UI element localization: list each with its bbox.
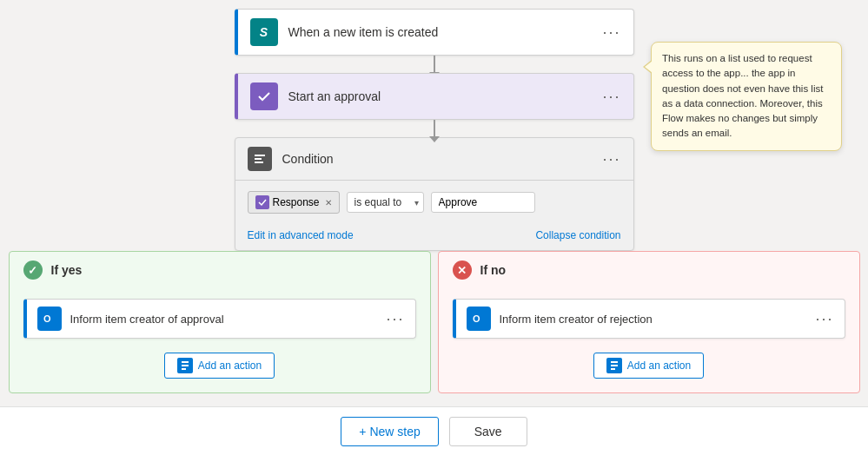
new-step-button[interactable]: + New step [341, 417, 438, 446]
condition-block: Condition ··· Response ✕ is equal to [235, 137, 634, 251]
yes-branch-label: If yes [51, 263, 83, 277]
new-step-label: + New step [359, 425, 420, 439]
response-chip-remove[interactable]: ✕ [325, 198, 332, 208]
yes-add-action-label: Add an action [198, 359, 262, 372]
condition-footer: Edit in advanced mode Collapse condition [235, 224, 633, 250]
no-step-card: O Inform item creator of rejection ··· [453, 299, 845, 339]
approval-step: Start an approval ··· [235, 73, 634, 120]
outlook-icon-no: O [467, 307, 491, 331]
svg-rect-9 [182, 368, 186, 370]
svg-text:O: O [43, 313, 51, 324]
edit-advanced-link[interactable]: Edit in advanced mode [248, 229, 354, 241]
bottom-bar: + New step Save [0, 406, 868, 455]
annotation-tooltip: This runs on a list used to request acce… [651, 42, 842, 151]
svg-rect-2 [255, 155, 265, 156]
response-chip: Response ✕ [248, 191, 340, 214]
approval-icon [250, 82, 278, 110]
yes-step-card: O Inform item creator of approval ··· [23, 299, 416, 339]
condition-icon [248, 147, 272, 171]
svg-text:O: O [473, 313, 480, 324]
svg-rect-13 [611, 365, 618, 366]
svg-rect-8 [182, 365, 189, 366]
approval-more-button[interactable]: ··· [602, 88, 620, 106]
no-icon: ✕ [453, 260, 472, 280]
yes-step-more[interactable]: ··· [386, 310, 404, 328]
yes-icon: ✓ [23, 260, 43, 280]
svg-rect-4 [255, 162, 263, 163]
arrow-2 [434, 120, 435, 137]
no-branch-label: If no [480, 263, 507, 277]
operator-select-wrap: is equal to [347, 192, 424, 213]
no-step-more[interactable]: ··· [815, 310, 833, 328]
yes-add-action-icon [177, 358, 193, 373]
arrow-1 [434, 56, 435, 73]
svg-rect-3 [255, 158, 262, 160]
svg-rect-12 [611, 361, 618, 363]
no-add-action-label: Add an action [627, 359, 691, 372]
no-branch-content: O Inform item creator of rejection ··· [439, 299, 859, 379]
response-chip-label: Response [273, 196, 320, 208]
yes-branch-content: O Inform item creator of approval ··· [10, 299, 430, 379]
approval-label: Start an approval [288, 89, 596, 103]
condition-label: Condition [282, 152, 596, 166]
annotation-text: This runs on a list used to request acce… [662, 53, 823, 138]
trigger-label: When a new item is created [288, 25, 596, 39]
condition-header: Condition ··· [235, 138, 633, 181]
condition-more-button[interactable]: ··· [602, 150, 620, 168]
svg-rect-7 [182, 361, 189, 363]
svg-rect-0 [256, 89, 272, 104]
no-branch: ✕ If no O Inform item creator of rejecti… [438, 251, 860, 393]
collapse-condition-link[interactable]: Collapse condition [535, 229, 620, 241]
flow-canvas: This runs on a list used to request acce… [0, 0, 868, 455]
save-label: Save [474, 425, 502, 439]
save-button[interactable]: Save [449, 417, 527, 446]
branches-container: ✓ If yes O Inform item creator of approv… [9, 251, 860, 393]
yes-step-label: Inform item creator of approval [70, 313, 380, 326]
trigger-step: S When a new item is created ··· [235, 9, 634, 56]
yes-branch-header: ✓ If yes [10, 252, 430, 288]
no-add-action-button[interactable]: Add an action [593, 353, 704, 379]
operator-select[interactable]: is equal to [347, 192, 424, 213]
yes-add-action-button[interactable]: Add an action [164, 353, 275, 379]
response-chip-icon [255, 195, 269, 209]
svg-rect-14 [611, 368, 615, 370]
no-step-label: Inform item creator of rejection [500, 313, 809, 326]
sharepoint-icon: S [250, 18, 278, 46]
condition-value-input[interactable] [431, 192, 535, 213]
trigger-more-button[interactable]: ··· [602, 23, 620, 42]
outlook-icon-yes: O [37, 307, 62, 331]
condition-body: Response ✕ is equal to [235, 181, 633, 224]
no-add-action-icon [606, 358, 622, 373]
no-branch-header: ✕ If no [439, 252, 859, 288]
yes-branch: ✓ If yes O Inform item creator of approv… [9, 251, 431, 393]
